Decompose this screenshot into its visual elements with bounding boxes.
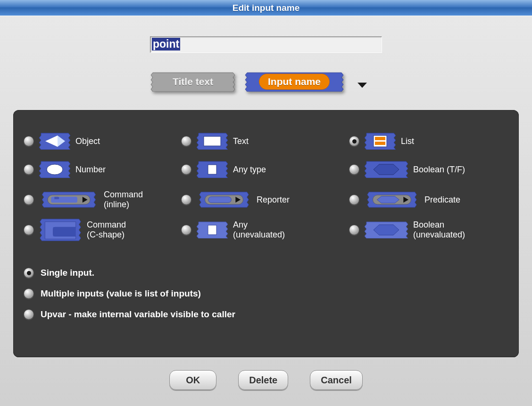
type-object[interactable]: Object	[24, 133, 181, 150]
type-options-panel: Object Text List	[13, 110, 519, 357]
radio-icon	[24, 288, 34, 299]
svg-rect-3	[375, 142, 385, 145]
type-command-inline[interactable]: Command (inline)	[24, 190, 181, 209]
type-anytype[interactable]: Any type	[181, 161, 349, 178]
type-command-cshape[interactable]: Command (C-shape)	[24, 218, 181, 242]
tab-title-text[interactable]: Title text	[150, 72, 236, 92]
reporter-slot-icon	[196, 191, 252, 208]
label: List	[401, 136, 414, 146]
svg-rect-11	[53, 227, 76, 236]
label: Command (C-shape)	[87, 220, 126, 239]
any-slot-icon	[196, 161, 228, 178]
arity-single[interactable]: Single input.	[24, 268, 508, 278]
input-name-field[interactable]	[150, 36, 382, 53]
command-cshape-slot-icon	[39, 218, 82, 242]
label: Boolean (T/F)	[413, 165, 465, 175]
label: Command (inline)	[104, 190, 143, 209]
type-number[interactable]: Number	[24, 161, 181, 178]
any-uneval-slot-icon	[196, 221, 228, 238]
radio-icon	[24, 136, 34, 146]
arity-upvar[interactable]: Upvar - make internal variable visible t…	[24, 309, 508, 320]
radio-icon	[181, 195, 191, 205]
button-row: OK Delete Cancel	[0, 370, 532, 390]
titlebar: Edit input name	[0, 0, 532, 16]
type-list[interactable]: List	[349, 133, 508, 150]
type-text[interactable]: Text	[181, 133, 349, 150]
svg-rect-12	[208, 225, 216, 235]
type-boolean[interactable]: Boolean (T/F)	[349, 161, 508, 178]
label: Object	[75, 136, 100, 146]
ok-button[interactable]: OK	[169, 370, 216, 390]
label: Any type	[233, 165, 266, 175]
radio-icon	[24, 195, 34, 205]
number-slot-icon	[39, 161, 71, 178]
label: Predicate	[424, 195, 460, 205]
text-slot-icon	[196, 133, 228, 150]
radio-icon	[181, 136, 191, 146]
tab-title-text-label: Title text	[173, 76, 213, 87]
radio-icon	[181, 164, 191, 175]
label: Reporter	[257, 195, 290, 205]
radio-icon	[24, 225, 34, 235]
svg-rect-9	[208, 197, 232, 203]
dialog-body: point Title text Input name Object	[0, 16, 532, 406]
command-inline-slot-icon	[39, 191, 99, 208]
list-slot-icon	[364, 133, 396, 150]
label: Multiple inputs (value is list of inputs…	[41, 288, 201, 299]
radio-icon	[24, 164, 34, 175]
tab-input-name-label: Input name	[259, 74, 330, 90]
radio-icon	[349, 136, 359, 146]
boolean-slot-icon	[364, 161, 408, 178]
bool-uneval-slot-icon	[364, 221, 408, 238]
type-any-unevaluated[interactable]: Any (unevaluated)	[181, 220, 349, 239]
radio-icon	[181, 225, 191, 235]
arity-group: Single input. Multiple inputs (value is …	[24, 268, 508, 320]
radio-icon	[349, 164, 359, 175]
svg-rect-5	[208, 165, 216, 174]
type-grid: Object Text List	[24, 127, 508, 244]
arity-multiple[interactable]: Multiple inputs (value is list of inputs…	[24, 288, 508, 299]
type-boolean-unevaluated[interactable]: Boolean (unevaluated)	[349, 220, 508, 239]
predicate-slot-icon	[364, 191, 420, 208]
radio-icon	[24, 268, 34, 278]
label: Single input.	[41, 268, 94, 278]
label: Any (unevaluated)	[233, 220, 285, 239]
svg-rect-2	[375, 137, 385, 140]
radio-icon	[349, 225, 359, 235]
type-reporter[interactable]: Reporter	[181, 191, 349, 208]
delete-button[interactable]: Delete	[238, 370, 288, 390]
label: Number	[75, 165, 106, 175]
type-predicate[interactable]: Predicate	[349, 191, 508, 208]
object-slot-icon	[39, 133, 71, 150]
svg-rect-0	[204, 136, 221, 146]
collapse-arrow-icon[interactable]	[357, 82, 367, 91]
svg-point-4	[47, 164, 63, 175]
label: Boolean (unevaluated)	[413, 220, 465, 239]
radio-icon	[349, 195, 359, 205]
label: Upvar - make internal variable visible t…	[41, 309, 235, 320]
tab-input-name[interactable]: Input name	[244, 72, 344, 92]
label: Text	[233, 136, 249, 146]
cancel-button[interactable]: Cancel	[310, 370, 363, 390]
dialog-title: Edit input name	[233, 3, 300, 13]
radio-icon	[24, 309, 34, 320]
